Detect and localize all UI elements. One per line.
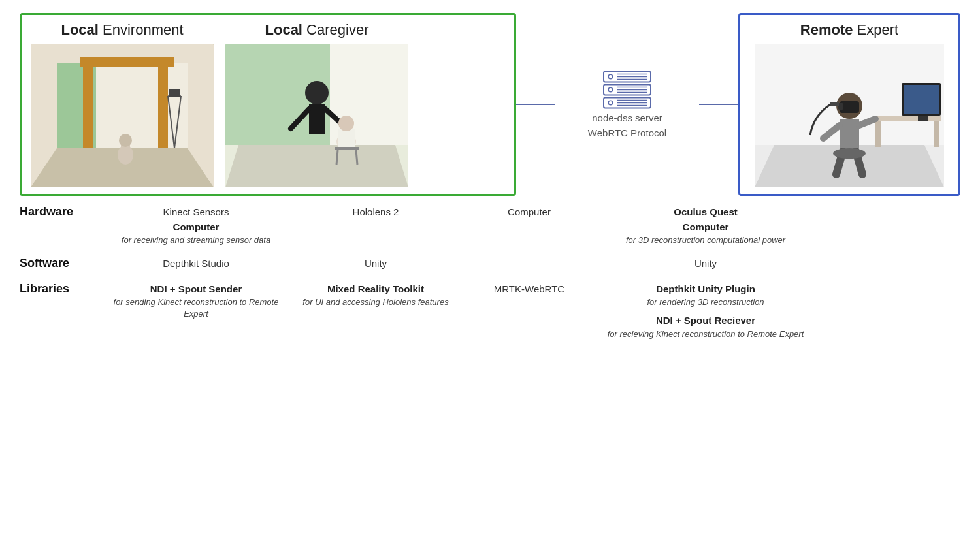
top-layout: Local Environment Local Caregiver	[20, 13, 960, 196]
svg-rect-25	[335, 147, 359, 150]
hardware-col4: Oculus Quest Computer for 3D reconstruct…	[595, 202, 817, 249]
green-box-titles: Local Environment Local Caregiver	[31, 22, 505, 39]
local-env-photo	[31, 44, 214, 187]
svg-rect-47	[875, 121, 881, 147]
green-box-photos	[31, 44, 505, 187]
svg-rect-56	[840, 119, 859, 151]
libraries-col2: Mixed Reality Toolkit for UI and accessi…	[287, 279, 464, 343]
svg-marker-15	[225, 145, 408, 187]
hardware-col2: Hololens 2	[287, 202, 464, 249]
svg-point-18	[305, 81, 329, 104]
server-icon	[601, 69, 653, 111]
svg-rect-48	[934, 121, 939, 147]
svg-rect-23	[338, 129, 355, 148]
env-photo-svg	[31, 44, 214, 187]
server-block: node-dss server WebRTC Protocol	[555, 69, 699, 140]
server-label: node-dss server WebRTC Protocol	[588, 111, 666, 140]
software-label: Software	[20, 254, 105, 274]
svg-rect-51	[918, 116, 928, 121]
page-container: Local Environment Local Caregiver	[0, 0, 980, 551]
svg-rect-13	[169, 89, 180, 97]
svg-point-29	[608, 74, 612, 78]
software-col2: Unity	[287, 254, 464, 274]
local-caregiver-title: Local Caregiver	[225, 22, 408, 39]
caregiver-photo-svg	[225, 44, 408, 187]
hardware-label: Hardware	[20, 202, 105, 249]
svg-rect-8	[121, 145, 130, 161]
remote-expert-title: Remote Expert	[800, 22, 898, 39]
software-col1: Depthkit Studio	[105, 254, 287, 274]
libraries-col1: NDI + Spout Sender for sending Kinect re…	[105, 279, 287, 343]
local-green-box: Local Environment Local Caregiver	[20, 13, 516, 196]
table-section: Hardware Kinect Sensors Computer for rec…	[20, 202, 960, 343]
svg-point-9	[119, 134, 132, 147]
svg-rect-50	[904, 85, 939, 114]
spacer-1	[20, 249, 817, 254]
remote-blue-box: Remote Expert	[738, 13, 960, 196]
software-col3	[464, 254, 595, 274]
svg-rect-4	[83, 57, 93, 148]
libraries-label: Libraries	[20, 279, 105, 343]
libraries-col3: MRTK-WebRTC	[464, 279, 595, 343]
hardware-col3: Computer	[464, 202, 595, 249]
remote-expert-photo	[755, 44, 944, 187]
svg-rect-5	[158, 57, 168, 148]
spacer-2	[20, 274, 817, 279]
svg-point-24	[338, 116, 354, 131]
svg-rect-55	[830, 102, 839, 106]
svg-rect-6	[80, 57, 174, 67]
svg-line-26	[336, 150, 338, 165]
svg-point-39	[608, 101, 612, 104]
software-col4: Unity	[595, 254, 817, 274]
local-env-title: Local Environment	[31, 22, 214, 39]
libraries-col4: Depthkit Unity Plugin for rendering 3D r…	[595, 279, 817, 343]
svg-rect-54	[838, 103, 843, 110]
svg-point-34	[608, 87, 612, 91]
left-connector-line	[516, 104, 555, 105]
right-connector-line	[699, 104, 738, 105]
local-caregiver-photo	[225, 44, 408, 187]
remote-photo-svg	[755, 44, 944, 187]
svg-rect-46	[875, 116, 941, 121]
svg-point-61	[833, 148, 866, 159]
svg-line-27	[356, 150, 357, 165]
hardware-col1: Kinect Sensors Computer for receiving an…	[105, 202, 287, 249]
